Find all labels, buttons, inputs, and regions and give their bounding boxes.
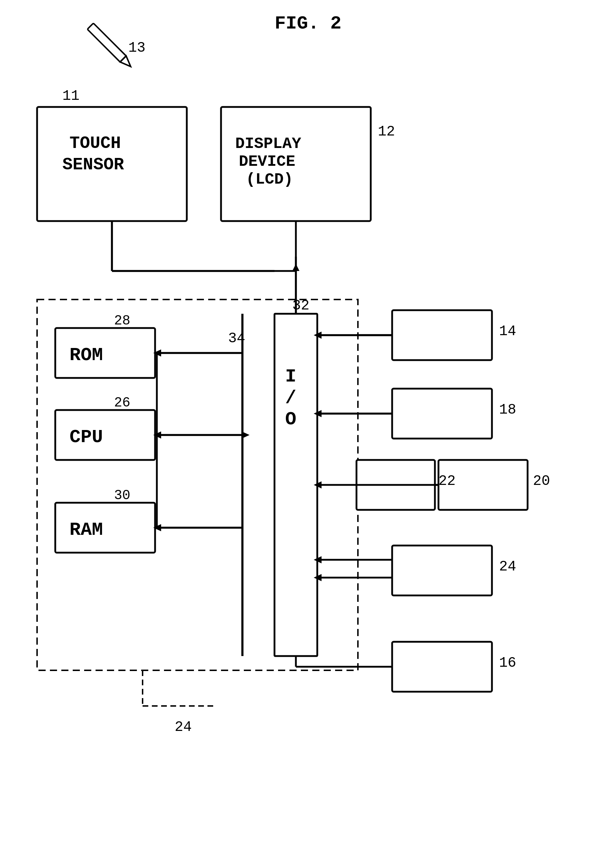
io-text-slash: / bbox=[285, 388, 296, 409]
ram-number: 30 bbox=[114, 488, 130, 503]
component-18-box bbox=[392, 389, 492, 438]
svg-rect-0 bbox=[87, 23, 126, 62]
cpu-number: 26 bbox=[114, 395, 130, 411]
rom-text: ROM bbox=[69, 345, 103, 366]
bus-number: 34 bbox=[228, 331, 245, 346]
io-bus-box bbox=[274, 314, 317, 656]
rom-number: 28 bbox=[114, 313, 130, 328]
cpu-text: CPU bbox=[69, 427, 103, 448]
component-24a-box bbox=[392, 545, 492, 595]
touch-sensor-text-1: TOUCH bbox=[69, 134, 121, 153]
component-20-label: 20 bbox=[533, 473, 550, 489]
touch-sensor-label: 11 bbox=[62, 88, 80, 104]
io-text-i: I bbox=[285, 366, 296, 387]
component-16-label: 16 bbox=[499, 655, 516, 671]
component-14-label: 14 bbox=[499, 323, 516, 339]
component-22-label: 22 bbox=[438, 473, 455, 489]
io-text-o: O bbox=[285, 409, 296, 430]
touch-sensor-text-2: SENSOR bbox=[62, 155, 124, 174]
ram-text: RAM bbox=[69, 519, 103, 541]
display-device-label: 12 bbox=[378, 124, 395, 140]
io-top-arrow bbox=[292, 264, 299, 271]
component-14-box bbox=[392, 310, 492, 360]
component-18-label: 18 bbox=[499, 402, 516, 418]
display-device-text-2: DEVICE bbox=[239, 153, 295, 170]
fig-title: FIG. 2 bbox=[274, 13, 341, 34]
stylus-label: 13 bbox=[128, 40, 146, 56]
component-16-box bbox=[392, 642, 492, 692]
component-24b-label: 24 bbox=[175, 719, 192, 735]
diagram: FIG. 2 13 TOUCH SENSOR 11 DISPLAY DEVICE… bbox=[0, 0, 616, 855]
component-24a-label: 24 bbox=[499, 559, 516, 575]
cpu-arrow-right bbox=[242, 431, 250, 438]
io-number: 32 bbox=[292, 298, 310, 314]
display-device-text-1: DISPLAY bbox=[235, 135, 301, 153]
display-device-text-3: (LCD) bbox=[246, 170, 293, 188]
